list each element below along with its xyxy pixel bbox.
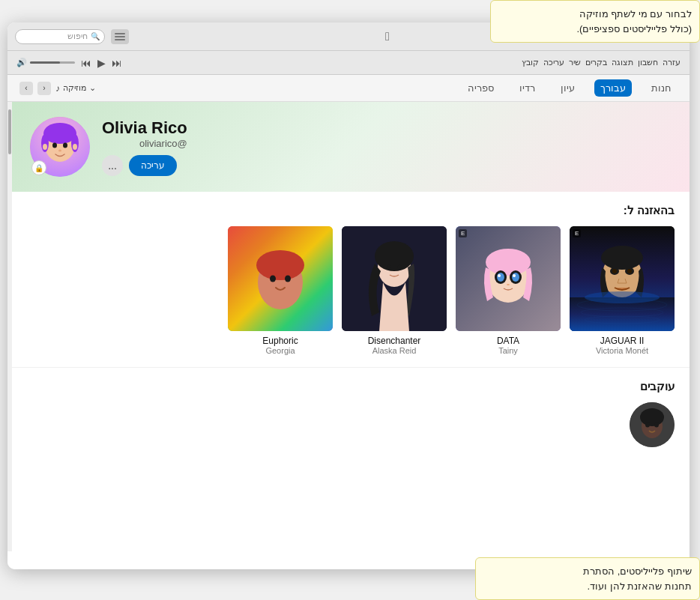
svg-point-29 bbox=[507, 284, 510, 285]
menu-account[interactable]: חשבון bbox=[638, 58, 658, 67]
navigation-tabs: חנות עבורך עיון רדיו ספריה ‹ › ♪ מוזיקה … bbox=[7, 75, 690, 102]
titlebar-right: 🔍 חיפוש bbox=[15, 29, 129, 44]
followers-section: עוקבים bbox=[7, 368, 690, 459]
album-title-jaguar: JAGUAR II bbox=[600, 336, 645, 346]
transport-controls: 🔊 ⏮ ▶ ⏭ bbox=[16, 57, 122, 69]
svg-point-39 bbox=[601, 246, 643, 270]
apple-logo-icon:  bbox=[385, 30, 390, 43]
lock-icon: 🔒 bbox=[34, 164, 43, 172]
profile-section: Olivia Rico @oliviarico עריכה ... bbox=[7, 102, 690, 192]
album-artist-data: Tainy bbox=[498, 346, 518, 355]
svg-point-8 bbox=[43, 144, 47, 150]
follower-avatar-image bbox=[630, 402, 675, 447]
svg-point-26 bbox=[512, 273, 519, 282]
menu-controls[interactable]: בקרים bbox=[585, 58, 607, 67]
annotation-top: לבחור עם מי לשתף מוזיקה (כולל פלייליסטים… bbox=[490, 0, 700, 43]
menu-song[interactable]: שיר bbox=[569, 58, 581, 67]
album-item-euphoric[interactable]: Euphoric Georgia bbox=[228, 226, 333, 355]
profile-actions: עריכה ... bbox=[102, 155, 187, 176]
rewind-button[interactable]: ⏮ bbox=[81, 57, 91, 69]
play-button[interactable]: ▶ bbox=[97, 57, 106, 69]
listening-header: בהאזנה ל: bbox=[22, 204, 675, 217]
navtabs-right: ‹ › ♪ מוזיקה ⌄ bbox=[19, 82, 96, 95]
explicit-badge-jaguar: E bbox=[573, 229, 581, 237]
svg-point-41 bbox=[585, 291, 660, 303]
explicit-badge-data: E bbox=[459, 229, 467, 237]
svg-point-28 bbox=[513, 274, 516, 277]
album-title-euphoric: Euphoric bbox=[262, 336, 298, 346]
svg-point-13 bbox=[270, 276, 276, 282]
album-item-jaguar[interactable]: E bbox=[570, 226, 675, 355]
tab-radio[interactable]: רדיו bbox=[513, 79, 541, 97]
svg-point-7 bbox=[58, 150, 61, 152]
album-artist-jaguar: Victoria Monét bbox=[596, 346, 648, 355]
svg-point-46 bbox=[654, 422, 659, 428]
tab-library[interactable]: ספריה bbox=[462, 79, 500, 97]
album-title-disenchanter: Disenchanter bbox=[368, 336, 421, 346]
avatar-container: 🔒 bbox=[30, 117, 90, 177]
profile-name: Olivia Rico bbox=[102, 118, 187, 138]
svg-point-19 bbox=[397, 265, 402, 270]
scrollbar[interactable] bbox=[7, 102, 12, 551]
album-art-jaguar: E bbox=[570, 226, 675, 331]
album-artist-disenchanter: Alaska Reid bbox=[372, 346, 417, 355]
svg-point-9 bbox=[73, 144, 77, 150]
music-selector[interactable]: ♪ מוזיקה ⌄ bbox=[55, 83, 96, 94]
tab-foryou[interactable]: עבורך bbox=[594, 79, 632, 97]
menu-items: עזרה חשבון תצוגה בקרים שיר עריכה קובץ bbox=[522, 58, 681, 67]
menu-help[interactable]: עזרה bbox=[663, 58, 681, 67]
search-input[interactable]: 🔍 חיפוש bbox=[15, 29, 105, 44]
volume-control[interactable]: 🔊 bbox=[16, 58, 75, 67]
nav-back-arrow[interactable]: ‹ bbox=[19, 82, 33, 95]
album-art-data: E bbox=[456, 226, 561, 331]
tab-browse[interactable]: עיון bbox=[555, 79, 581, 97]
album-item-disenchanter[interactable]: Disenchanter Alaska Reid bbox=[342, 226, 447, 355]
volume-track bbox=[30, 61, 75, 64]
music-label: מוזיקה bbox=[63, 83, 86, 93]
main-content[interactable]: Olivia Rico @oliviarico עריכה ... bbox=[7, 102, 690, 569]
tabs-list: חנות עבורך עיון רדיו ספריה bbox=[462, 79, 678, 97]
music-note-icon: ♪ bbox=[55, 83, 60, 94]
svg-point-17 bbox=[375, 241, 414, 271]
search-placeholder: חיפוש bbox=[67, 31, 88, 41]
svg-point-38 bbox=[627, 269, 632, 273]
scroll-thumb bbox=[8, 109, 11, 154]
svg-point-5 bbox=[52, 143, 57, 148]
profile-info: Olivia Rico @oliviarico עריכה ... bbox=[102, 118, 187, 176]
album-title-data: DATA bbox=[497, 336, 519, 346]
album-art-disenchanter bbox=[342, 226, 447, 331]
album-item-data[interactable]: E bbox=[456, 226, 561, 355]
main-window:  🔍 חיפוש עזרה חשבון תצוגה בקרים שיר ערי… bbox=[7, 22, 690, 569]
list-view-button[interactable] bbox=[111, 29, 129, 44]
volume-fill bbox=[30, 61, 60, 64]
svg-point-44 bbox=[640, 408, 664, 426]
edit-button[interactable]: עריכה bbox=[129, 155, 177, 176]
followers-header: עוקבים bbox=[22, 380, 675, 393]
menu-file[interactable]: קובץ bbox=[522, 58, 539, 67]
listening-section: בהאזנה ל: bbox=[7, 192, 690, 368]
chevron-down-icon: ⌄ bbox=[89, 83, 96, 93]
svg-point-27 bbox=[498, 274, 501, 277]
albums-grid: Euphoric Georgia bbox=[22, 226, 675, 355]
svg-point-6 bbox=[63, 143, 67, 148]
svg-point-45 bbox=[645, 422, 650, 428]
svg-point-25 bbox=[497, 273, 504, 282]
album-artist-euphoric: Georgia bbox=[265, 346, 295, 355]
more-options-button[interactable]: ... bbox=[102, 155, 123, 176]
svg-point-18 bbox=[387, 265, 391, 270]
profile-handle: @oliviarico bbox=[102, 138, 187, 149]
follower-avatar[interactable] bbox=[630, 402, 675, 447]
svg-point-22 bbox=[486, 249, 531, 276]
svg-point-12 bbox=[256, 250, 304, 280]
menu-view[interactable]: תצוגה bbox=[612, 58, 633, 67]
nav-forward-arrow[interactable]: › bbox=[37, 82, 51, 95]
menu-edit[interactable]: עריכה bbox=[543, 58, 564, 67]
lock-badge: 🔒 bbox=[31, 160, 46, 175]
annotation-bottom: שיתוף פלייליסטים, הסתרת תחנות שהאזנת להן… bbox=[475, 557, 700, 600]
tab-store[interactable]: חנות bbox=[645, 79, 678, 97]
menu-toolbar: עזרה חשבון תצוגה בקרים שיר עריכה קובץ 🔊 … bbox=[7, 51, 690, 75]
svg-point-14 bbox=[285, 276, 291, 282]
svg-point-37 bbox=[612, 269, 617, 273]
album-art-euphoric bbox=[228, 226, 333, 331]
forward-button[interactable]: ⏭ bbox=[112, 57, 122, 69]
